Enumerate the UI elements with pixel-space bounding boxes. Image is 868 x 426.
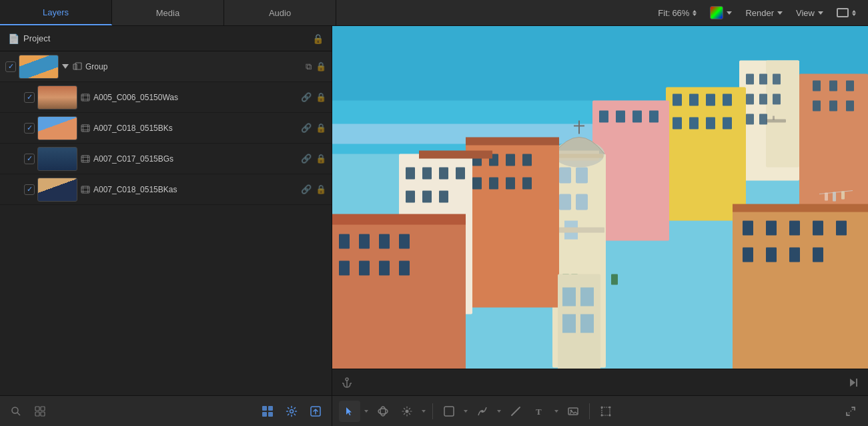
shape-tool-chevron[interactable] [462,404,469,419]
preview-area[interactable] [332,26,868,369]
tab-media[interactable]: Media [112,0,224,25]
select-tool-button[interactable] [339,401,360,422]
expand-collapse-button[interactable] [31,402,49,421]
svg-point-153 [609,406,611,408]
resize-tool-button[interactable] [840,401,861,422]
pen-tool-button[interactable] [472,401,493,422]
layer-row[interactable]: A007_C017_0515BGs 🔗 🔒 [0,144,332,174]
layer-thumbnail [37,85,77,110]
search-button[interactable] [7,402,25,421]
layer-name: Group [85,62,303,71]
settings-button[interactable] [282,402,301,421]
layers-list: Group ⧉ 🔒 [0,51,332,395]
svg-point-143 [380,407,386,416]
fit-value: 66% [672,8,689,18]
color-chevron-icon [727,11,732,15]
layer-link-icon[interactable]: 🔗 [301,123,312,133]
color-palette-button[interactable] [706,5,736,21]
svg-point-152 [601,406,603,408]
view-button[interactable]: View [792,7,827,19]
svg-rect-17 [81,186,89,193]
svg-point-137 [346,378,348,381]
svg-rect-7 [81,125,89,132]
layer-lock-icon[interactable]: 🔒 [316,154,326,164]
layer-name: A007_C018_0515BKas [93,185,298,194]
fit-control[interactable]: Fit: 66% [654,7,701,19]
media-tool-button[interactable] [562,401,584,422]
layer-name: A007_C017_0515BGs [93,154,298,164]
render-label: Render [745,8,774,18]
layer-visibility-checkbox[interactable] [24,154,35,164]
line-tool-button[interactable] [505,401,526,422]
left-bottom-bar [0,395,332,426]
project-label: Project [23,33,50,43]
svg-line-147 [512,407,520,415]
pen-tool-chevron[interactable] [496,404,502,419]
svg-text:T: T [536,407,542,417]
layer-icons-right: 🔗 🔒 [301,123,326,133]
layer-lock-icon[interactable]: 🔒 [316,123,326,133]
svg-line-156 [847,407,855,415]
monitor-button[interactable] [833,7,860,19]
layer-icons-right: ⧉ 🔒 [306,61,326,72]
svg-point-144 [406,409,409,413]
layer-lock-icon[interactable]: 🔒 [316,92,326,102]
text-tool-button[interactable]: T [529,401,550,422]
bottom-toolbar: T [332,395,868,426]
top-right-controls: Fit: 66% Render View [646,0,868,25]
layer-row[interactable]: A007_C018_0515BKs 🔗 🔒 [0,113,332,144]
svg-rect-25 [41,407,45,411]
layer-row[interactable]: A007_C018_0515BKas 🔗 🔒 [0,174,332,205]
svg-line-23 [17,413,20,415]
svg-point-142 [378,409,388,414]
pan-tool-chevron[interactable] [420,404,427,419]
layer-link-icon[interactable]: 🔗 [301,154,312,164]
tab-layers[interactable]: Layers [0,0,112,25]
orbit-tool-button[interactable] [372,401,394,422]
svg-rect-31 [268,412,273,417]
layer-row[interactable]: Group ⧉ 🔒 [0,51,332,82]
transform-tool-button[interactable] [595,401,616,422]
triangle-down-icon [62,64,69,69]
layer-row[interactable]: A005_C006_05150Was 🔗 🔒 [0,82,332,113]
layer-visibility-checkbox[interactable] [24,123,35,134]
svg-rect-136 [332,26,868,369]
tab-audio[interactable]: Audio [224,0,336,25]
video-type-icon [80,184,91,195]
layer-group-copy-icon[interactable]: ⧉ [306,61,312,72]
layer-thumbnail [37,178,77,202]
video-type-icon [80,123,91,134]
layer-visibility-checkbox[interactable] [24,92,35,103]
layer-lock-icon[interactable]: 🔒 [316,61,326,71]
grid-overlay-button[interactable] [258,402,277,421]
end-frame-button[interactable] [847,376,860,389]
text-tool-chevron[interactable] [553,404,560,419]
shape-tool-button[interactable] [438,401,460,422]
layer-link-icon[interactable]: 🔗 [301,184,312,194]
svg-point-146 [481,410,484,413]
project-document-icon: 📄 [8,33,19,44]
toolbar-separator-2 [589,403,590,419]
layer-lock-icon[interactable]: 🔒 [316,184,326,194]
layer-icons-right: 🔗 🔒 [301,92,326,102]
svg-rect-12 [81,156,89,162]
layer-thumbnail [37,116,77,140]
layer-visibility-checkbox[interactable] [24,184,35,195]
svg-point-22 [12,407,18,413]
render-button[interactable]: Render [741,7,787,19]
layer-link-icon[interactable]: 🔗 [301,92,312,102]
project-header: 📄 Project 🔒 [0,26,332,51]
layer-visibility-checkbox[interactable] [5,61,16,72]
preview-bottom-bar [332,369,868,395]
select-tool-chevron[interactable] [363,404,370,419]
fit-label: Fit: [658,8,670,18]
pan-tool-button[interactable] [396,401,418,422]
anchor-tool-button[interactable] [340,376,354,389]
left-panel: 📄 Project 🔒 Group [0,26,332,426]
svg-rect-151 [602,407,610,415]
svg-point-154 [601,414,603,416]
group-type-icon [72,61,83,72]
layer-expand-triangle[interactable] [61,63,69,71]
project-lock-icon[interactable]: 🔒 [312,33,324,44]
export-button[interactable] [306,402,325,421]
